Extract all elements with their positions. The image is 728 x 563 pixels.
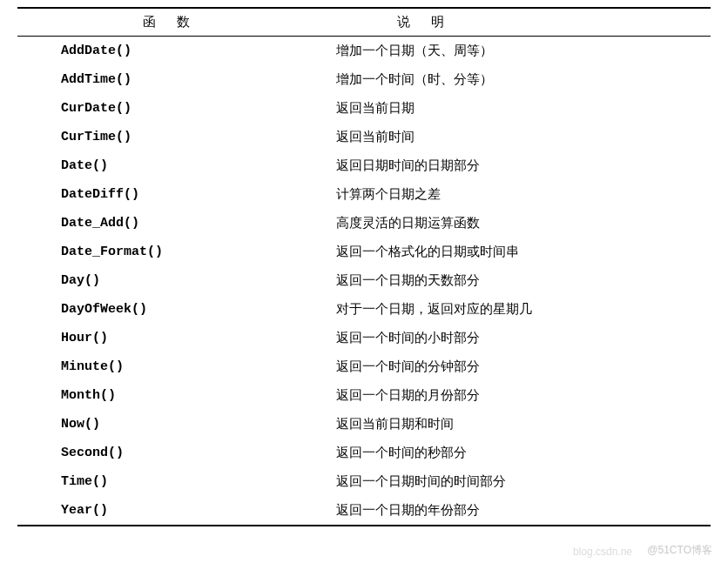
function-description: 对于一个日期，返回对应的星期几 bbox=[336, 295, 711, 324]
table-row: AddDate() 增加一个日期（天、周等） bbox=[17, 37, 711, 66]
table-row: CurTime() 返回当前时间 bbox=[17, 123, 711, 151]
watermark-text: @51CTO博客 bbox=[647, 543, 712, 558]
function-description: 返回一个日期的月份部分 bbox=[336, 381, 711, 410]
table-row: Date_Format() 返回一个格式化的日期或时间串 bbox=[17, 238, 711, 266]
function-description: 返回一个时间的秒部分 bbox=[336, 439, 711, 467]
table-row: Now() 返回当前日期和时间 bbox=[17, 410, 711, 439]
table-row: DayOfWeek() 对于一个日期，返回对应的星期几 bbox=[17, 295, 711, 324]
table-row: AddTime() 增加一个时间（时、分等） bbox=[17, 65, 711, 94]
function-name: Hour() bbox=[17, 324, 336, 352]
function-name: Month() bbox=[17, 381, 336, 410]
function-name: Year() bbox=[17, 496, 336, 526]
function-description: 高度灵活的日期运算函数 bbox=[336, 209, 711, 238]
function-name: Minute() bbox=[17, 352, 336, 381]
function-description: 返回日期时间的日期部分 bbox=[336, 151, 711, 180]
function-reference-table: 函数 说明 AddDate() 增加一个日期（天、周等） AddTime() 增… bbox=[17, 7, 711, 526]
table-row: Time() 返回一个日期时间的时间部分 bbox=[17, 467, 711, 496]
function-description: 增加一个日期（天、周等） bbox=[336, 37, 711, 66]
function-description: 计算两个日期之差 bbox=[336, 180, 711, 209]
function-name: DayOfWeek() bbox=[17, 295, 336, 324]
table-header-row: 函数 说明 bbox=[17, 8, 711, 37]
table-row: Hour() 返回一个时间的小时部分 bbox=[17, 324, 711, 352]
table-row: Date_Add() 高度灵活的日期运算函数 bbox=[17, 209, 711, 238]
table-row: Minute() 返回一个时间的分钟部分 bbox=[17, 352, 711, 381]
table-row: DateDiff() 计算两个日期之差 bbox=[17, 180, 711, 209]
table-row: Second() 返回一个时间的秒部分 bbox=[17, 439, 711, 467]
function-description: 返回当前时间 bbox=[336, 123, 711, 151]
table-row: Year() 返回一个日期的年份部分 bbox=[17, 496, 711, 526]
function-description: 返回当前日期和时间 bbox=[336, 410, 711, 439]
function-name: Time() bbox=[17, 467, 336, 496]
watermark-text: blog.csdn.ne bbox=[573, 546, 632, 558]
header-description: 说明 bbox=[336, 8, 711, 37]
function-description: 返回一个日期的年份部分 bbox=[336, 496, 711, 526]
function-description: 返回一个日期时间的时间部分 bbox=[336, 467, 711, 496]
function-name: Date_Add() bbox=[17, 209, 336, 238]
function-description: 返回一个时间的分钟部分 bbox=[336, 352, 711, 381]
table-body: AddDate() 增加一个日期（天、周等） AddTime() 增加一个时间（… bbox=[17, 37, 711, 526]
function-name: Day() bbox=[17, 266, 336, 295]
function-description: 返回一个时间的小时部分 bbox=[336, 324, 711, 352]
function-name: AddDate() bbox=[17, 37, 336, 66]
function-name: Second() bbox=[17, 439, 336, 467]
function-description: 返回一个日期的天数部分 bbox=[336, 266, 711, 295]
function-name: Date_Format() bbox=[17, 238, 336, 266]
table-row: Month() 返回一个日期的月份部分 bbox=[17, 381, 711, 410]
function-name: CurTime() bbox=[17, 123, 336, 151]
table-row: CurDate() 返回当前日期 bbox=[17, 94, 711, 123]
function-name: Date() bbox=[17, 151, 336, 180]
function-name: DateDiff() bbox=[17, 180, 336, 209]
function-description: 返回当前日期 bbox=[336, 94, 711, 123]
table-row: Date() 返回日期时间的日期部分 bbox=[17, 151, 711, 180]
function-description: 增加一个时间（时、分等） bbox=[336, 65, 711, 94]
function-name: AddTime() bbox=[17, 65, 336, 94]
function-description: 返回一个格式化的日期或时间串 bbox=[336, 238, 711, 266]
header-function: 函数 bbox=[17, 8, 336, 37]
function-name: CurDate() bbox=[17, 94, 336, 123]
table-row: Day() 返回一个日期的天数部分 bbox=[17, 266, 711, 295]
function-name: Now() bbox=[17, 410, 336, 439]
